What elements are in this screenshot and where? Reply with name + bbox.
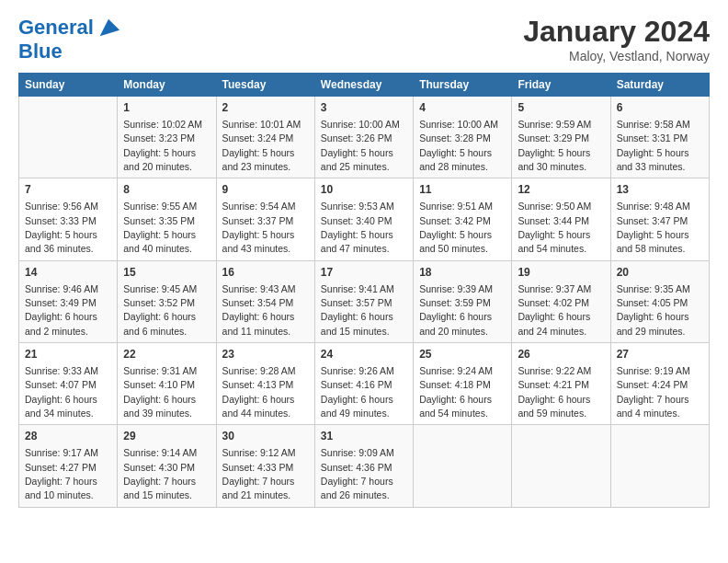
cell-sunrise: Sunrise: 9:17 AMSunset: 4:27 PMDaylight:… xyxy=(25,447,98,500)
cell-date: 15 xyxy=(123,265,210,281)
day-cell: 2Sunrise: 10:01 AMSunset: 3:24 PMDayligh… xyxy=(216,97,314,178)
day-cell: 9Sunrise: 9:54 AMSunset: 3:37 PMDaylight… xyxy=(216,178,314,260)
cell-date: 29 xyxy=(123,429,210,444)
logo: General Blue xyxy=(18,15,121,63)
day-header: Friday xyxy=(512,74,610,97)
cell-date: 26 xyxy=(518,347,604,362)
cell-date: 9 xyxy=(222,182,309,198)
day-cell: 12Sunrise: 9:50 AMSunset: 3:44 PMDayligh… xyxy=(512,178,610,260)
day-cell: 17Sunrise: 9:41 AMSunset: 3:57 PMDayligh… xyxy=(314,260,413,342)
day-cell: 28Sunrise: 9:17 AMSunset: 4:27 PMDayligh… xyxy=(19,425,118,507)
day-cell: 30Sunrise: 9:12 AMSunset: 4:33 PMDayligh… xyxy=(216,425,314,507)
logo-line2: Blue xyxy=(18,40,121,63)
cell-date: 10 xyxy=(321,182,407,198)
day-cell: 1Sunrise: 10:02 AMSunset: 3:23 PMDayligh… xyxy=(118,97,216,178)
day-cell: 16Sunrise: 9:43 AMSunset: 3:54 PMDayligh… xyxy=(216,260,314,342)
cell-sunrise: Sunrise: 10:02 AMSunset: 3:23 PMDaylight… xyxy=(123,119,202,172)
cell-date: 2 xyxy=(222,100,309,116)
cell-sunrise: Sunrise: 9:45 AMSunset: 3:52 PMDaylight:… xyxy=(123,283,197,337)
cell-date: 12 xyxy=(518,182,604,198)
cell-date: 17 xyxy=(321,265,407,281)
cell-date: 8 xyxy=(123,182,210,198)
main-title: January 2024 xyxy=(523,15,710,49)
day-header: Saturday xyxy=(610,74,709,97)
cell-sunrise: Sunrise: 10:00 AMSunset: 3:26 PMDaylight… xyxy=(321,119,400,172)
cell-date: 24 xyxy=(321,347,407,362)
day-cell: 23Sunrise: 9:28 AMSunset: 4:13 PMDayligh… xyxy=(216,343,314,425)
day-header: Sunday xyxy=(19,74,118,97)
day-cell: 13Sunrise: 9:48 AMSunset: 3:47 PMDayligh… xyxy=(610,178,709,260)
day-cell: 18Sunrise: 9:39 AMSunset: 3:59 PMDayligh… xyxy=(414,260,512,342)
cell-sunrise: Sunrise: 9:33 AMSunset: 4:07 PMDaylight:… xyxy=(25,365,98,419)
week-row: 7Sunrise: 9:56 AMSunset: 3:33 PMDaylight… xyxy=(19,178,710,260)
cell-date: 25 xyxy=(419,347,506,362)
cell-date: 16 xyxy=(222,265,309,281)
cell-sunrise: Sunrise: 9:50 AMSunset: 3:44 PMDaylight:… xyxy=(518,201,591,254)
day-cell: 10Sunrise: 9:53 AMSunset: 3:40 PMDayligh… xyxy=(314,178,413,260)
cell-date: 6 xyxy=(617,100,703,116)
cell-date: 31 xyxy=(321,429,407,444)
day-cell: 20Sunrise: 9:35 AMSunset: 4:05 PMDayligh… xyxy=(610,260,709,342)
header-row: SundayMondayTuesdayWednesdayThursdayFrid… xyxy=(19,74,710,97)
day-cell xyxy=(610,425,709,507)
day-cell xyxy=(512,425,610,507)
cell-sunrise: Sunrise: 9:31 AMSunset: 4:10 PMDaylight:… xyxy=(123,365,197,419)
cell-sunrise: Sunrise: 10:01 AMSunset: 3:24 PMDaylight… xyxy=(222,119,301,172)
cell-sunrise: Sunrise: 9:41 AMSunset: 3:57 PMDaylight:… xyxy=(321,283,394,337)
cell-sunrise: Sunrise: 9:09 AMSunset: 4:36 PMDaylight:… xyxy=(321,447,394,500)
cell-sunrise: Sunrise: 9:39 AMSunset: 3:59 PMDaylight:… xyxy=(419,283,493,337)
day-cell: 11Sunrise: 9:51 AMSunset: 3:42 PMDayligh… xyxy=(414,178,512,260)
header: General Blue January 2024 Maloy, Vestlan… xyxy=(18,15,710,63)
cell-sunrise: Sunrise: 9:53 AMSunset: 3:40 PMDaylight:… xyxy=(321,201,394,254)
cell-date: 1 xyxy=(123,100,210,116)
day-header: Wednesday xyxy=(314,74,413,97)
page: General Blue January 2024 Maloy, Vestlan… xyxy=(0,0,728,563)
cell-date: 28 xyxy=(25,429,111,444)
day-cell xyxy=(414,425,512,507)
subtitle: Maloy, Vestland, Norway xyxy=(523,49,710,63)
cell-date: 7 xyxy=(25,182,111,198)
cell-sunrise: Sunrise: 10:00 AMSunset: 3:28 PMDaylight… xyxy=(419,119,498,172)
day-cell: 14Sunrise: 9:46 AMSunset: 3:49 PMDayligh… xyxy=(19,260,118,342)
cell-sunrise: Sunrise: 9:22 AMSunset: 4:21 PMDaylight:… xyxy=(518,365,591,419)
cell-sunrise: Sunrise: 9:26 AMSunset: 4:16 PMDaylight:… xyxy=(321,365,394,419)
cell-date: 13 xyxy=(617,182,703,198)
day-cell: 5Sunrise: 9:59 AMSunset: 3:29 PMDaylight… xyxy=(512,97,610,178)
day-cell xyxy=(19,97,118,178)
cell-sunrise: Sunrise: 9:24 AMSunset: 4:18 PMDaylight:… xyxy=(419,365,493,419)
week-row: 28Sunrise: 9:17 AMSunset: 4:27 PMDayligh… xyxy=(19,425,710,507)
calendar-table: SundayMondayTuesdayWednesdayThursdayFrid… xyxy=(18,73,710,508)
cell-sunrise: Sunrise: 9:35 AMSunset: 4:05 PMDaylight:… xyxy=(617,283,690,337)
cell-date: 14 xyxy=(25,265,111,281)
cell-sunrise: Sunrise: 9:51 AMSunset: 3:42 PMDaylight:… xyxy=(419,201,493,254)
cell-sunrise: Sunrise: 9:43 AMSunset: 3:54 PMDaylight:… xyxy=(222,283,296,337)
cell-sunrise: Sunrise: 9:55 AMSunset: 3:35 PMDaylight:… xyxy=(123,201,197,254)
day-cell: 26Sunrise: 9:22 AMSunset: 4:21 PMDayligh… xyxy=(512,343,610,425)
day-cell: 21Sunrise: 9:33 AMSunset: 4:07 PMDayligh… xyxy=(19,343,118,425)
day-cell: 3Sunrise: 10:00 AMSunset: 3:26 PMDayligh… xyxy=(314,97,413,178)
title-block: January 2024 Maloy, Vestland, Norway xyxy=(523,15,710,63)
day-cell: 4Sunrise: 10:00 AMSunset: 3:28 PMDayligh… xyxy=(414,97,512,178)
cell-sunrise: Sunrise: 9:56 AMSunset: 3:33 PMDaylight:… xyxy=(25,201,98,254)
cell-date: 18 xyxy=(419,265,506,281)
cell-sunrise: Sunrise: 9:59 AMSunset: 3:29 PMDaylight:… xyxy=(518,119,591,172)
logo-line1: General xyxy=(18,16,94,39)
cell-date: 23 xyxy=(222,347,309,362)
day-cell: 22Sunrise: 9:31 AMSunset: 4:10 PMDayligh… xyxy=(118,343,216,425)
day-cell: 27Sunrise: 9:19 AMSunset: 4:24 PMDayligh… xyxy=(610,343,709,425)
day-cell: 31Sunrise: 9:09 AMSunset: 4:36 PMDayligh… xyxy=(314,425,413,507)
cell-date: 30 xyxy=(222,429,309,444)
day-header: Thursday xyxy=(414,74,512,97)
cell-sunrise: Sunrise: 9:48 AMSunset: 3:47 PMDaylight:… xyxy=(617,201,690,254)
logo-text: General xyxy=(18,17,94,39)
day-cell: 25Sunrise: 9:24 AMSunset: 4:18 PMDayligh… xyxy=(414,343,512,425)
day-cell: 15Sunrise: 9:45 AMSunset: 3:52 PMDayligh… xyxy=(118,260,216,342)
day-cell: 8Sunrise: 9:55 AMSunset: 3:35 PMDaylight… xyxy=(118,178,216,260)
logo-icon xyxy=(96,15,121,40)
day-cell: 7Sunrise: 9:56 AMSunset: 3:33 PMDaylight… xyxy=(19,178,118,260)
svg-marker-0 xyxy=(100,19,119,37)
week-row: 21Sunrise: 9:33 AMSunset: 4:07 PMDayligh… xyxy=(19,343,710,425)
cell-sunrise: Sunrise: 9:14 AMSunset: 4:30 PMDaylight:… xyxy=(123,447,197,500)
cell-date: 19 xyxy=(518,265,604,281)
week-row: 14Sunrise: 9:46 AMSunset: 3:49 PMDayligh… xyxy=(19,260,710,342)
